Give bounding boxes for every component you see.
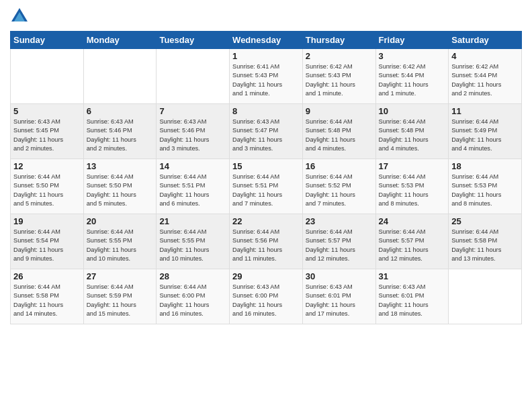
day-number: 14 xyxy=(159,161,226,171)
week-row-4: 19Sunrise: 6:44 AMSunset: 5:54 PMDayligh… xyxy=(11,214,522,269)
day-info: Sunrise: 6:44 AMSunset: 5:50 PMDaylight:… xyxy=(87,173,154,208)
header xyxy=(10,7,522,26)
day-number: 5 xyxy=(13,106,81,116)
day-info: Sunrise: 6:44 AMSunset: 5:48 PMDaylight:… xyxy=(306,118,373,153)
day-cell xyxy=(449,269,522,324)
day-info: Sunrise: 6:44 AMSunset: 5:53 PMDaylight:… xyxy=(379,173,446,208)
day-number: 27 xyxy=(87,271,154,281)
day-cell: 20Sunrise: 6:44 AMSunset: 5:55 PMDayligh… xyxy=(83,214,157,269)
calendar: SundayMondayTuesdayWednesdayThursdayFrid… xyxy=(10,31,522,324)
day-number: 17 xyxy=(379,161,446,171)
day-cell: 8Sunrise: 6:43 AMSunset: 5:47 PMDaylight… xyxy=(230,104,303,159)
week-row-2: 5Sunrise: 6:43 AMSunset: 5:45 PMDaylight… xyxy=(11,104,522,159)
day-number: 19 xyxy=(13,216,81,226)
day-number: 26 xyxy=(13,271,81,281)
day-info: Sunrise: 6:43 AMSunset: 6:01 PMDaylight:… xyxy=(306,283,373,318)
day-cell: 19Sunrise: 6:44 AMSunset: 5:54 PMDayligh… xyxy=(11,214,84,269)
day-header-monday: Monday xyxy=(83,32,157,49)
logo-icon xyxy=(10,7,29,26)
day-cell: 30Sunrise: 6:43 AMSunset: 6:01 PMDayligh… xyxy=(302,269,375,324)
day-cell: 10Sunrise: 6:44 AMSunset: 5:48 PMDayligh… xyxy=(375,104,449,159)
day-number: 23 xyxy=(306,216,373,226)
day-info: Sunrise: 6:43 AMSunset: 5:46 PMDaylight:… xyxy=(87,118,154,153)
week-row-3: 12Sunrise: 6:44 AMSunset: 5:50 PMDayligh… xyxy=(11,159,522,214)
day-info: Sunrise: 6:44 AMSunset: 5:58 PMDaylight:… xyxy=(13,283,81,318)
day-cell: 12Sunrise: 6:44 AMSunset: 5:50 PMDayligh… xyxy=(11,159,84,214)
calendar-header-row: SundayMondayTuesdayWednesdayThursdayFrid… xyxy=(11,32,522,49)
week-row-5: 26Sunrise: 6:44 AMSunset: 5:58 PMDayligh… xyxy=(11,269,522,324)
day-cell: 24Sunrise: 6:44 AMSunset: 5:57 PMDayligh… xyxy=(375,214,449,269)
day-info: Sunrise: 6:43 AMSunset: 5:45 PMDaylight:… xyxy=(13,118,81,153)
day-number: 21 xyxy=(159,216,226,226)
day-info: Sunrise: 6:44 AMSunset: 5:53 PMDaylight:… xyxy=(451,173,519,208)
day-cell: 9Sunrise: 6:44 AMSunset: 5:48 PMDaylight… xyxy=(302,104,375,159)
day-cell: 29Sunrise: 6:43 AMSunset: 6:00 PMDayligh… xyxy=(230,269,303,324)
day-info: Sunrise: 6:43 AMSunset: 5:46 PMDaylight:… xyxy=(159,118,226,153)
day-info: Sunrise: 6:44 AMSunset: 5:51 PMDaylight:… xyxy=(232,173,300,208)
day-info: Sunrise: 6:44 AMSunset: 5:49 PMDaylight:… xyxy=(451,118,519,153)
day-info: Sunrise: 6:44 AMSunset: 5:57 PMDaylight:… xyxy=(306,228,373,263)
day-cell: 17Sunrise: 6:44 AMSunset: 5:53 PMDayligh… xyxy=(375,159,449,214)
day-number: 4 xyxy=(451,51,519,61)
day-cell: 2Sunrise: 6:42 AMSunset: 5:43 PMDaylight… xyxy=(302,49,375,104)
day-number: 18 xyxy=(451,161,519,171)
day-number: 9 xyxy=(306,106,373,116)
day-cell: 5Sunrise: 6:43 AMSunset: 5:45 PMDaylight… xyxy=(11,104,84,159)
day-number: 15 xyxy=(232,161,300,171)
day-number: 10 xyxy=(379,106,446,116)
day-info: Sunrise: 6:43 AMSunset: 6:01 PMDaylight:… xyxy=(379,283,446,318)
week-row-1: 1Sunrise: 6:41 AMSunset: 5:43 PMDaylight… xyxy=(11,49,522,104)
day-cell: 31Sunrise: 6:43 AMSunset: 6:01 PMDayligh… xyxy=(375,269,449,324)
day-info: Sunrise: 6:44 AMSunset: 5:50 PMDaylight:… xyxy=(13,173,81,208)
day-cell: 16Sunrise: 6:44 AMSunset: 5:52 PMDayligh… xyxy=(302,159,375,214)
day-info: Sunrise: 6:41 AMSunset: 5:43 PMDaylight:… xyxy=(232,62,300,98)
day-info: Sunrise: 6:44 AMSunset: 5:55 PMDaylight:… xyxy=(159,228,226,263)
day-number: 30 xyxy=(306,271,373,281)
day-cell: 23Sunrise: 6:44 AMSunset: 5:57 PMDayligh… xyxy=(302,214,375,269)
day-cell: 7Sunrise: 6:43 AMSunset: 5:46 PMDaylight… xyxy=(157,104,230,159)
logo xyxy=(10,7,32,26)
day-cell: 28Sunrise: 6:44 AMSunset: 6:00 PMDayligh… xyxy=(157,269,230,324)
day-info: Sunrise: 6:44 AMSunset: 5:51 PMDaylight:… xyxy=(159,173,226,208)
day-info: Sunrise: 6:44 AMSunset: 5:52 PMDaylight:… xyxy=(306,173,373,208)
day-number: 16 xyxy=(306,161,373,171)
day-number: 2 xyxy=(306,51,373,61)
day-cell: 1Sunrise: 6:41 AMSunset: 5:43 PMDaylight… xyxy=(230,49,303,104)
day-cell: 25Sunrise: 6:44 AMSunset: 5:58 PMDayligh… xyxy=(449,214,522,269)
day-header-sunday: Sunday xyxy=(11,32,84,49)
day-number: 1 xyxy=(232,51,300,61)
day-cell: 21Sunrise: 6:44 AMSunset: 5:55 PMDayligh… xyxy=(157,214,230,269)
day-cell: 4Sunrise: 6:42 AMSunset: 5:44 PMDaylight… xyxy=(449,49,522,104)
page: SundayMondayTuesdayWednesdayThursdayFrid… xyxy=(0,0,532,411)
day-number: 12 xyxy=(13,161,81,171)
day-info: Sunrise: 6:43 AMSunset: 6:00 PMDaylight:… xyxy=(232,283,300,318)
day-info: Sunrise: 6:42 AMSunset: 5:44 PMDaylight:… xyxy=(451,62,519,98)
day-number: 6 xyxy=(87,106,154,116)
day-number: 3 xyxy=(379,51,446,61)
day-cell: 6Sunrise: 6:43 AMSunset: 5:46 PMDaylight… xyxy=(83,104,157,159)
day-cell xyxy=(83,49,157,104)
day-cell: 18Sunrise: 6:44 AMSunset: 5:53 PMDayligh… xyxy=(449,159,522,214)
day-header-wednesday: Wednesday xyxy=(230,32,303,49)
day-header-saturday: Saturday xyxy=(449,32,522,49)
day-number: 25 xyxy=(451,216,519,226)
day-info: Sunrise: 6:44 AMSunset: 5:55 PMDaylight:… xyxy=(87,228,154,263)
day-number: 29 xyxy=(232,271,300,281)
day-info: Sunrise: 6:44 AMSunset: 5:59 PMDaylight:… xyxy=(87,283,154,318)
day-cell: 13Sunrise: 6:44 AMSunset: 5:50 PMDayligh… xyxy=(83,159,157,214)
day-info: Sunrise: 6:42 AMSunset: 5:44 PMDaylight:… xyxy=(379,62,446,98)
day-header-friday: Friday xyxy=(375,32,449,49)
day-info: Sunrise: 6:44 AMSunset: 5:57 PMDaylight:… xyxy=(379,228,446,263)
day-info: Sunrise: 6:44 AMSunset: 5:58 PMDaylight:… xyxy=(451,228,519,263)
day-cell: 15Sunrise: 6:44 AMSunset: 5:51 PMDayligh… xyxy=(230,159,303,214)
day-cell: 3Sunrise: 6:42 AMSunset: 5:44 PMDaylight… xyxy=(375,49,449,104)
day-number: 11 xyxy=(451,106,519,116)
day-info: Sunrise: 6:43 AMSunset: 5:47 PMDaylight:… xyxy=(232,118,300,153)
day-info: Sunrise: 6:44 AMSunset: 5:56 PMDaylight:… xyxy=(232,228,300,263)
day-cell: 26Sunrise: 6:44 AMSunset: 5:58 PMDayligh… xyxy=(11,269,84,324)
day-number: 22 xyxy=(232,216,300,226)
day-info: Sunrise: 6:44 AMSunset: 5:54 PMDaylight:… xyxy=(13,228,81,263)
day-header-thursday: Thursday xyxy=(302,32,375,49)
day-number: 28 xyxy=(159,271,226,281)
day-number: 13 xyxy=(87,161,154,171)
